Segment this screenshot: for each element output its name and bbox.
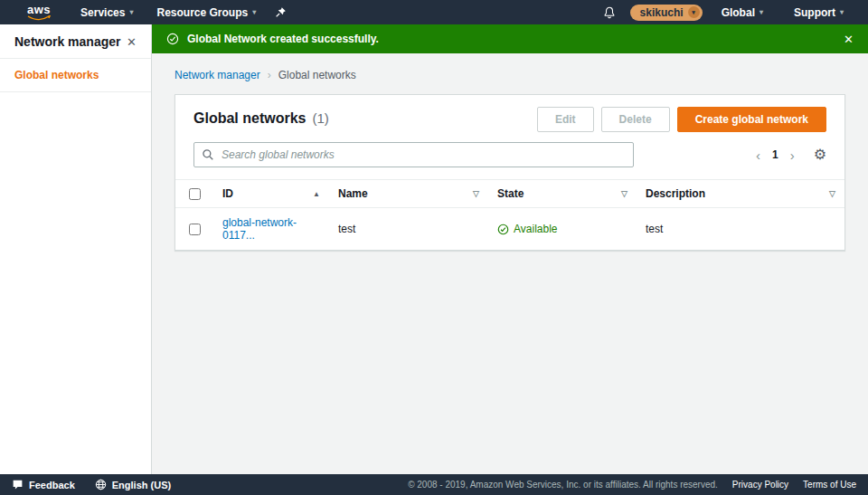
- account-menu[interactable]: skikuchi ▾: [630, 5, 703, 21]
- search-box: [193, 142, 634, 167]
- aws-logo[interactable]: aws: [0, 5, 69, 21]
- footer-right-group: © 2008 - 2019, Amazon Web Services, Inc.…: [408, 480, 856, 490]
- global-networks-table: ID ▲ Name ▽: [175, 179, 844, 250]
- check-circle-icon: [166, 33, 179, 45]
- top-navigation: aws Services ▾ Resource Groups ▾: [0, 0, 868, 24]
- sidebar-nav: Global networks: [0, 59, 151, 92]
- column-label-id: ID: [222, 187, 233, 200]
- sort-ascending-icon[interactable]: ▲: [313, 190, 320, 198]
- sidebar-close-icon[interactable]: ✕: [127, 35, 137, 49]
- main-column: Global Network created successfully. ✕ N…: [152, 24, 868, 474]
- copyright-text: © 2008 - 2019, Amazon Web Services, Inc.…: [408, 480, 718, 490]
- success-banner: Global Network created successfully. ✕: [152, 24, 868, 53]
- card-actions: Edit Delete Create global network: [537, 107, 826, 132]
- banner-close-icon[interactable]: ✕: [844, 33, 854, 46]
- nav-right-group: skikuchi ▾ Global ▾ Support ▾: [596, 0, 868, 24]
- support-menu-label: Support: [794, 6, 835, 19]
- column-header-description[interactable]: Description ▽: [637, 180, 844, 208]
- column-label-name: Name: [338, 187, 368, 200]
- sort-icon[interactable]: ▽: [829, 189, 835, 198]
- feedback-button[interactable]: Feedback: [12, 479, 75, 490]
- nav-left-group: aws Services ▾ Resource Groups ▾: [0, 0, 294, 24]
- sidebar-header: Network manager ✕: [0, 24, 151, 59]
- column-header-state[interactable]: State ▽: [488, 180, 637, 208]
- header-checkbox-cell: [175, 180, 213, 208]
- chevron-down-icon: ▾: [688, 6, 700, 18]
- global-network-link[interactable]: global-network-0117...: [222, 216, 297, 242]
- terms-of-use-link[interactable]: Terms of Use: [803, 480, 856, 490]
- cell-description: test: [637, 208, 844, 251]
- cell-state: Available: [488, 208, 637, 251]
- table-row: global-network-0117... test: [175, 208, 844, 251]
- pin-shortcut-button[interactable]: [268, 0, 294, 24]
- aws-console-page: aws Services ▾ Resource Groups ▾: [0, 0, 868, 495]
- console-footer: Feedback English (US) © 2008 - 2019, Ama…: [0, 474, 868, 495]
- support-menu[interactable]: Support ▾: [782, 0, 855, 24]
- resource-groups-menu[interactable]: Resource Groups ▾: [145, 0, 268, 24]
- column-header-name[interactable]: Name ▽: [329, 180, 488, 208]
- account-menu-label: skikuchi: [640, 6, 684, 19]
- resource-count: (1): [312, 110, 328, 126]
- table-header-row: ID ▲ Name ▽: [175, 180, 844, 208]
- breadcrumb: Network manager › Global networks: [175, 69, 845, 81]
- card-header: Global networks (1) Edit Delete Create g…: [175, 95, 844, 142]
- main-content: Network manager › Global networks Global…: [152, 53, 868, 474]
- globe-icon: [95, 479, 107, 490]
- chevron-down-icon: ▾: [840, 9, 844, 16]
- sort-icon[interactable]: ▽: [473, 189, 479, 198]
- previous-page-icon[interactable]: ‹: [756, 148, 760, 162]
- column-header-id[interactable]: ID ▲: [213, 180, 329, 208]
- services-menu-label: Services: [80, 6, 125, 19]
- services-menu[interactable]: Services ▾: [69, 0, 145, 24]
- create-global-network-button[interactable]: Create global network: [677, 107, 826, 132]
- breadcrumb-network-manager[interactable]: Network manager: [175, 69, 260, 81]
- aws-logo-text: aws: [27, 5, 51, 15]
- select-all-checkbox[interactable]: [189, 188, 201, 200]
- status-badge: Available: [497, 223, 627, 235]
- resource-groups-menu-label: Resource Groups: [156, 6, 248, 19]
- search-input[interactable]: [193, 142, 634, 167]
- breadcrumb-global-networks: Global networks: [278, 69, 356, 81]
- global-networks-card: Global networks (1) Edit Delete Create g…: [175, 94, 845, 251]
- row-checkbox-cell: [175, 208, 213, 251]
- sidebar: Network manager ✕ Global networks: [0, 24, 152, 474]
- aws-logo-smile: [27, 15, 51, 21]
- banner-message: Global Network created successfully.: [187, 33, 379, 45]
- cell-id: global-network-0117...: [213, 208, 329, 251]
- region-menu-label: Global: [722, 6, 755, 19]
- column-label-state: State: [497, 187, 524, 200]
- sidebar-title: Network manager: [14, 34, 120, 49]
- feedback-label: Feedback: [29, 480, 75, 490]
- region-menu[interactable]: Global ▾: [710, 0, 775, 24]
- pagination: ‹ 1 › ⚙: [756, 148, 826, 162]
- cell-name: test: [329, 208, 488, 251]
- page-title: Global networks: [193, 110, 306, 127]
- page-number[interactable]: 1: [772, 148, 778, 161]
- row-checkbox[interactable]: [189, 224, 201, 235]
- privacy-policy-link[interactable]: Privacy Policy: [732, 480, 788, 490]
- column-label-description: Description: [646, 187, 705, 200]
- chevron-down-icon: ▾: [252, 9, 256, 16]
- delete-button[interactable]: Delete: [601, 107, 670, 132]
- chevron-down-icon: ▾: [760, 9, 763, 16]
- status-text: Available: [514, 223, 557, 235]
- table-toolbar: ‹ 1 › ⚙: [175, 142, 844, 179]
- status-check-circle-icon: [497, 224, 509, 235]
- sidebar-item-global-networks[interactable]: Global networks: [0, 59, 151, 92]
- next-page-icon[interactable]: ›: [790, 148, 795, 162]
- chevron-down-icon: ▾: [129, 9, 133, 16]
- edit-button[interactable]: Edit: [537, 107, 594, 132]
- feedback-bubble-icon: [12, 479, 24, 490]
- language-label: English (US): [112, 480, 171, 490]
- breadcrumb-separator-icon: ›: [268, 69, 271, 81]
- footer-left-group: Feedback English (US): [12, 479, 171, 490]
- bell-icon: [603, 6, 616, 19]
- settings-gear-icon[interactable]: ⚙: [814, 148, 826, 162]
- sort-icon[interactable]: ▽: [621, 189, 627, 198]
- pin-icon: [275, 6, 287, 18]
- body-row: Network manager ✕ Global networks Global…: [0, 24, 868, 474]
- notifications-button[interactable]: [596, 0, 623, 24]
- language-selector[interactable]: English (US): [95, 479, 171, 490]
